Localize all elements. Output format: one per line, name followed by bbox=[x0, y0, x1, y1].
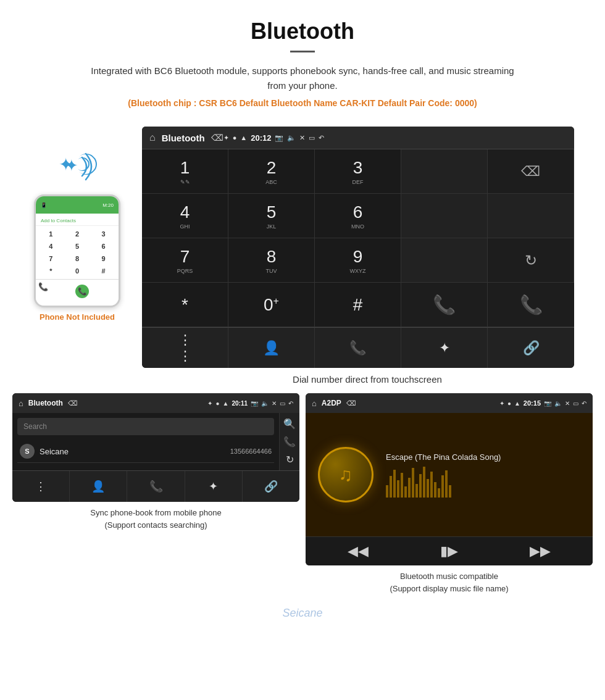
pb-caption-line1: Sync phone-book from mobile phone bbox=[90, 507, 221, 519]
dial-letters-8: TUV bbox=[266, 268, 277, 274]
toolbar-bluetooth-button[interactable]: ✦ bbox=[401, 328, 488, 368]
dial-key-0[interactable]: 0+ bbox=[228, 283, 315, 327]
pb-camera-icon[interactable]: 📷 bbox=[251, 400, 258, 407]
phone-key-5[interactable]: 5 bbox=[65, 241, 90, 252]
dial-key-7[interactable]: 7 PQRS bbox=[142, 238, 228, 283]
phone-key-8[interactable]: 8 bbox=[65, 253, 90, 264]
location-icon: ● bbox=[233, 134, 237, 141]
pb-contact-row[interactable]: S Seicane 13566664466 bbox=[17, 440, 274, 463]
pb-win-icon[interactable]: ▭ bbox=[280, 400, 285, 407]
music-home-icon[interactable]: ⌂ bbox=[312, 399, 317, 408]
pb-contact-name: Seicane bbox=[40, 447, 230, 456]
dial-letters-1: ✎✎ bbox=[180, 179, 190, 185]
dial-key-star[interactable]: * bbox=[142, 283, 228, 327]
phone-key-0[interactable]: 0 bbox=[65, 265, 90, 277]
phone-key-6[interactable]: 6 bbox=[91, 241, 116, 252]
dial-key-4[interactable]: 4 GHI bbox=[142, 194, 228, 238]
phone-end-icon[interactable]: 📞 bbox=[38, 282, 48, 301]
phone-key-3[interactable]: 3 bbox=[91, 228, 116, 240]
dial-key-2[interactable]: 2 ABC bbox=[228, 149, 315, 194]
time-display: 20:12 bbox=[251, 133, 271, 143]
toolbar-dialpad-button[interactable]: ⋮⋮ bbox=[142, 328, 228, 368]
pb-toolbar-contacts-active[interactable]: 👤 bbox=[70, 471, 127, 502]
window-icon[interactable]: ▭ bbox=[309, 134, 315, 142]
home-icon[interactable]: ⌂ bbox=[149, 132, 156, 143]
dial-empty-r2c4 bbox=[401, 194, 488, 238]
camera-icon[interactable]: 📷 bbox=[275, 134, 283, 142]
music-prev-button[interactable]: ◀◀ bbox=[348, 543, 369, 559]
volume-icon[interactable]: 🔈 bbox=[287, 134, 296, 142]
dial-key-hash[interactable]: # bbox=[315, 283, 401, 327]
music-equalizer bbox=[386, 467, 580, 498]
pb-right-icons: 🔍 📞 ↻ bbox=[279, 413, 299, 470]
pb-close-icon[interactable]: ✕ bbox=[272, 400, 277, 407]
bt-toolbar-icon: ✦ bbox=[439, 340, 450, 356]
eq-bar-6 bbox=[404, 486, 407, 498]
back-icon[interactable]: ↶ bbox=[319, 134, 324, 142]
phone-key-2[interactable]: 2 bbox=[65, 228, 90, 240]
phone-key-1[interactable]: 1 bbox=[38, 228, 64, 240]
pb-call-side-icon[interactable]: 📞 bbox=[283, 436, 296, 448]
music-caption: Bluetooth music compatible (Support disp… bbox=[383, 565, 514, 594]
toolbar-contacts-button[interactable]: 👤 bbox=[228, 328, 315, 368]
eq-bar-18 bbox=[449, 485, 451, 498]
dial-num-9: 9 bbox=[353, 247, 363, 267]
pb-back-icon[interactable]: ↶ bbox=[288, 400, 293, 407]
dial-hangup-button[interactable]: 📞 bbox=[488, 283, 574, 327]
pb-search-bar[interactable]: Search bbox=[17, 418, 274, 435]
dial-backspace-button[interactable]: ⌫ bbox=[488, 149, 574, 194]
music-back-icon[interactable]: ↶ bbox=[582, 400, 586, 407]
dial-key-5[interactable]: 5 JKL bbox=[228, 194, 315, 238]
dial-key-3[interactable]: 3 DEF bbox=[315, 149, 401, 194]
music-album-art: ♫ bbox=[318, 447, 373, 502]
dial-num-1: 1 bbox=[180, 158, 190, 178]
pb-toolbar-bluetooth[interactable]: ✦ bbox=[185, 471, 243, 502]
pb-search-placeholder: Search bbox=[23, 422, 47, 431]
phone-key-star[interactable]: * bbox=[38, 265, 64, 277]
eq-bar-5 bbox=[401, 473, 403, 498]
pb-toolbar-phone[interactable]: 📞 bbox=[127, 471, 185, 502]
music-status-bar: ⌂ A2DP ⌫ ✦ ● ▲ 20:15 📷 🔈 ✕ ▭ ↶ bbox=[306, 393, 593, 413]
eq-bar-11 bbox=[423, 467, 425, 498]
music-next-button[interactable]: ▶▶ bbox=[530, 543, 551, 559]
phone-key-hash[interactable]: # bbox=[91, 265, 116, 277]
music-status-right: ✦ ● ▲ 20:15 📷 🔈 ✕ ▭ ↶ bbox=[499, 399, 586, 407]
music-time: 20:15 bbox=[524, 399, 541, 407]
phone-key-7[interactable]: 7 bbox=[38, 253, 64, 264]
eq-bar-16 bbox=[441, 475, 444, 498]
dial-num-star: * bbox=[182, 295, 188, 315]
dial-key-8[interactable]: 8 TUV bbox=[228, 238, 315, 283]
dial-refresh-button[interactable]: ↻ bbox=[488, 238, 574, 283]
close-icon[interactable]: ✕ bbox=[299, 134, 305, 142]
music-vol-icon[interactable]: 🔈 bbox=[554, 400, 562, 407]
phone-mockup: 📱 M:20 Add to Contacts 1 2 3 4 5 6 7 8 9… bbox=[34, 194, 120, 307]
dial-num-2: 2 bbox=[267, 158, 277, 178]
toolbar-phone-button[interactable]: 📞 bbox=[315, 328, 401, 368]
music-item: ⌂ A2DP ⌫ ✦ ● ▲ 20:15 📷 🔈 ✕ ▭ ↶ ♫ bbox=[306, 393, 593, 594]
dial-letters-3: DEF bbox=[353, 179, 364, 185]
usb-icon: ⌫ bbox=[211, 133, 223, 143]
phone-key-9[interactable]: 9 bbox=[91, 253, 116, 264]
dial-call-button[interactable]: 📞 bbox=[401, 283, 488, 327]
music-play-pause-button[interactable]: ▮▶ bbox=[440, 543, 458, 559]
dial-key-9[interactable]: 9 WXYZ bbox=[315, 238, 401, 283]
pb-signal-icon: ● bbox=[215, 400, 219, 407]
pb-refresh-side-icon[interactable]: ↻ bbox=[286, 454, 294, 465]
music-camera-icon[interactable]: 📷 bbox=[544, 400, 551, 407]
dial-key-1[interactable]: 1 ✎✎ bbox=[142, 149, 228, 194]
phone-call-button[interactable]: 📞 bbox=[75, 285, 89, 298]
pb-vol-icon[interactable]: 🔈 bbox=[261, 400, 269, 407]
phone-key-4[interactable]: 4 bbox=[38, 241, 64, 252]
dial-key-6[interactable]: 6 MNO bbox=[315, 194, 401, 238]
music-close-icon[interactable]: ✕ bbox=[565, 400, 570, 407]
toolbar-link-button[interactable]: 🔗 bbox=[488, 328, 574, 368]
music-win-icon[interactable]: ▭ bbox=[573, 400, 578, 407]
pb-home-icon[interactable]: ⌂ bbox=[19, 399, 23, 408]
pb-toolbar-link[interactable]: 🔗 bbox=[243, 471, 299, 502]
pb-contact-avatar: S bbox=[20, 444, 35, 459]
pb-search-side-icon[interactable]: 🔍 bbox=[283, 418, 296, 430]
bottom-row: ⌂ Bluetooth ⌫ ✦ ● ▲ 20:11 📷 🔈 ✕ ▭ ↶ bbox=[0, 393, 605, 607]
pb-toolbar-dialpad[interactable]: ⋮ bbox=[12, 471, 70, 502]
eq-bar-15 bbox=[438, 488, 440, 498]
phone-top-bar: 📱 M:20 bbox=[36, 196, 119, 214]
